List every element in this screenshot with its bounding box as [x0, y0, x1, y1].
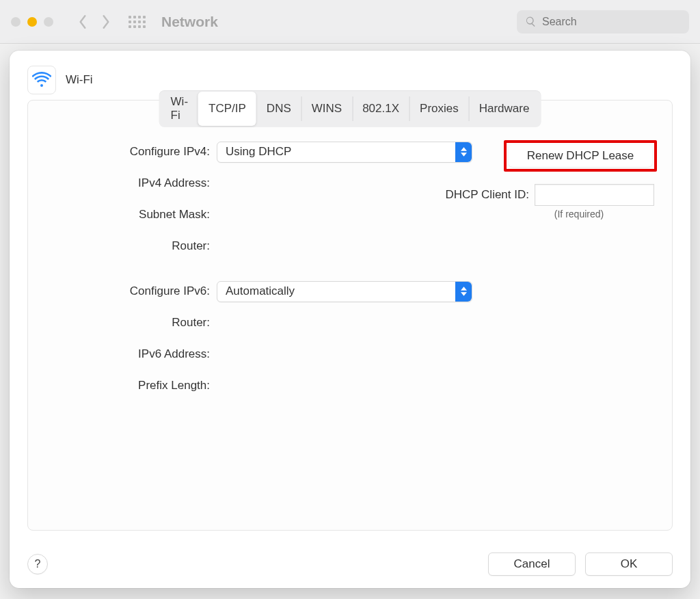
tab-proxies[interactable]: Proxies — [409, 92, 469, 126]
ipv4-address-label: IPv4 Address: — [49, 172, 210, 194]
forward-button[interactable] — [96, 12, 116, 32]
back-button[interactable] — [72, 12, 93, 32]
close-traffic-light[interactable] — [11, 17, 21, 27]
prefix-length-label: Prefix Length: — [49, 375, 210, 397]
settings-sheet: Wi-Fi Wi-Fi TCP/IP DNS WINS 802.1X Proxi… — [10, 51, 690, 588]
zoom-traffic-light[interactable] — [44, 17, 53, 27]
configure-ipv4-value: Using DHCP — [226, 145, 291, 159]
help-button[interactable]: ? — [27, 554, 48, 574]
wifi-icon — [27, 66, 56, 94]
window-toolbar: Network — [0, 0, 700, 44]
tab-dns[interactable]: DNS — [256, 92, 301, 126]
subnet-mask-label: Subnet Mask: — [49, 204, 210, 226]
renew-highlight: Renew DHCP Lease — [504, 140, 657, 172]
sheet-footer: ? Cancel OK — [27, 553, 673, 576]
tab-tcpip[interactable]: TCP/IP — [198, 92, 256, 126]
window-title: Network — [161, 14, 218, 30]
select-stepper-icon — [455, 282, 472, 302]
dhcp-client-id-input[interactable] — [535, 184, 654, 206]
tab-wifi[interactable]: Wi-Fi — [161, 92, 198, 126]
dhcp-panel: Renew DHCP Lease DHCP Client ID: (If req… — [504, 140, 654, 219]
tab-bar: Wi-Fi TCP/IP DNS WINS 802.1X Proxies Har… — [159, 90, 541, 127]
dhcp-client-id-label: DHCP Client ID: — [446, 188, 530, 202]
renew-dhcp-lease-button[interactable]: Renew DHCP Lease — [509, 145, 652, 167]
dhcp-client-id-hint: (If required) — [504, 209, 654, 219]
configure-ipv6-value: Automatically — [226, 284, 295, 298]
search-field[interactable] — [517, 10, 689, 34]
ipv6-address-label: IPv6 Address: — [49, 343, 210, 365]
tab-wins[interactable]: WINS — [301, 92, 352, 126]
configure-ipv6-label: Configure IPv6: — [49, 280, 210, 302]
tab-8021x[interactable]: 802.1X — [352, 92, 409, 126]
traffic-lights — [11, 17, 53, 27]
ipv4-router-value — [217, 235, 651, 257]
ok-button[interactable]: OK — [585, 553, 673, 576]
ipv6-address-value — [217, 343, 651, 365]
cancel-button[interactable]: Cancel — [488, 553, 576, 576]
select-stepper-icon — [455, 142, 472, 162]
show-all-icon[interactable] — [129, 13, 146, 31]
sheet-title: Wi-Fi — [66, 73, 93, 87]
configure-ipv6-select[interactable]: Automatically — [217, 281, 472, 302]
prefix-length-value — [217, 375, 651, 397]
ipv4-router-label: Router: — [49, 235, 210, 257]
tab-hardware[interactable]: Hardware — [469, 92, 540, 126]
search-input[interactable] — [541, 15, 681, 29]
configure-ipv4-select[interactable]: Using DHCP — [217, 142, 472, 163]
minimize-traffic-light[interactable] — [27, 17, 37, 27]
ipv6-router-value — [217, 312, 651, 334]
ipv6-router-label: Router: — [49, 312, 210, 334]
search-icon — [525, 16, 537, 27]
configure-ipv4-label: Configure IPv4: — [49, 141, 210, 163]
nav-arrows — [72, 12, 116, 32]
content-box: Wi-Fi TCP/IP DNS WINS 802.1X Proxies Har… — [27, 100, 673, 531]
